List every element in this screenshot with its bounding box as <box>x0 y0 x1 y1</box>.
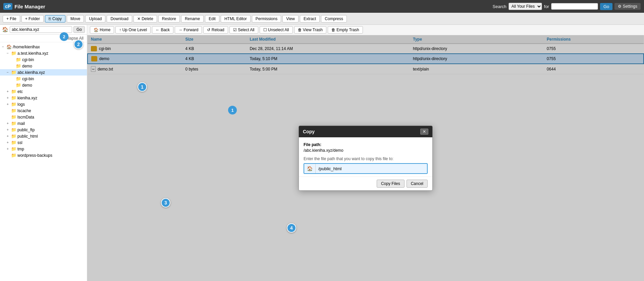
copy-icon: ⎘ <box>49 16 51 21</box>
copy-destination-input[interactable] <box>316 164 427 173</box>
tree-item[interactable]: 📁lscmData <box>0 114 87 120</box>
unselect-all-button[interactable]: ☐ Unselect All <box>260 26 293 34</box>
search-scope-select[interactable]: All Your Files <box>508 3 542 10</box>
tree-item[interactable]: +📁public_ftp <box>0 127 87 133</box>
tree-item[interactable]: 📁demo <box>0 82 87 88</box>
tree-item-label: demo <box>22 64 32 68</box>
step-1-badge: 1 <box>228 106 237 114</box>
folder-icon: 📁 <box>11 134 16 139</box>
rename-button[interactable]: Rename <box>181 15 204 22</box>
filepath-label: File path: <box>304 142 321 147</box>
copy-button[interactable]: ⎘ Copy <box>45 15 65 22</box>
dialog-close-button[interactable]: ✕ <box>420 129 428 135</box>
copy-dialog: Copy ✕ File path: /abc.kienlha.xyz/demo … <box>299 126 433 191</box>
edit-button[interactable]: Edit <box>205 15 219 22</box>
tree-item[interactable]: 📁cgi-bin <box>0 56 87 63</box>
tree-item[interactable]: +📁mail <box>0 120 87 127</box>
back-button[interactable]: ← Back <box>152 26 173 34</box>
expand-icon: − <box>7 71 10 74</box>
dialog-body: File path: /abc.kienlha.xyz/demo Enter t… <box>299 137 432 177</box>
tree-item-label: public_ftp <box>17 128 35 132</box>
expand-icon: + <box>7 147 10 151</box>
download-button[interactable]: Download <box>107 15 132 22</box>
folder-icon: 📁 <box>11 95 16 100</box>
empty-trash-button[interactable]: 🗑 Empty Trash <box>328 26 363 34</box>
up-one-level-button[interactable]: ↑ Up One Level <box>115 26 151 34</box>
compress-button[interactable]: Compress <box>321 15 347 22</box>
tree-item-label: kienlha.xyz <box>17 96 37 100</box>
folder-icon: 📁 <box>16 76 21 81</box>
file-table-wrapper: Name Size Last Modified Type Permissions… <box>87 35 644 281</box>
folder-icon: 📁 <box>16 57 21 62</box>
tree-item[interactable]: +📁tmp <box>0 146 87 152</box>
filepath-value: /abc.kienlha.xyz/demo <box>304 148 343 153</box>
tree-item[interactable]: +📁public_html <box>0 133 87 139</box>
expand-icon: + <box>7 102 10 106</box>
tree-item[interactable]: +📁ssl <box>0 139 87 146</box>
tree-item[interactable]: 📁demo <box>0 63 87 69</box>
tree-item[interactable]: −📁abc.kienlha.xyz <box>0 69 87 76</box>
search-input[interactable] <box>551 3 598 10</box>
tree-item-label: demo <box>22 83 32 88</box>
tree-item[interactable]: 📁cgi-bin <box>0 76 87 82</box>
home-nav-button[interactable]: 🏠 Home <box>90 26 114 34</box>
home-icon: 🏠 <box>2 27 8 33</box>
tree-item[interactable]: +📁etc <box>0 88 87 95</box>
search-area: Search All Your Files for Go ⚙ Settings <box>493 3 641 10</box>
copy-files-button[interactable]: Copy Files <box>377 180 405 188</box>
tree-item-label: mail <box>17 121 25 126</box>
tree-item-label: wordpress-backups <box>17 153 52 158</box>
expand-icon: + <box>7 128 10 132</box>
upload-button[interactable]: Upload <box>85 15 105 22</box>
select-all-button[interactable]: ☑ Select All <box>229 26 258 34</box>
tree-item[interactable]: −📁a.test.kienlha.xyz <box>0 50 87 56</box>
search-label: Search <box>493 4 506 9</box>
folder-icon: 📁 <box>11 89 16 94</box>
dialog-footer: Copy Files Cancel <box>299 177 432 190</box>
file-button[interactable]: + File <box>3 15 20 22</box>
tree-item-label: logs <box>17 102 25 107</box>
expand-icon: + <box>7 141 10 144</box>
tree-item-label: lscache <box>17 108 31 113</box>
for-label: for <box>544 4 549 9</box>
top-bar: cP File Manager Search All Your Files fo… <box>0 0 644 13</box>
tree-item[interactable]: 📁wordpress-backups <box>0 152 87 158</box>
html-editor-button[interactable]: HTML Editor <box>221 15 251 22</box>
tree-item-label: cgi-bin <box>22 57 34 62</box>
tree-item-label: /home/kienlhax <box>13 45 40 49</box>
tree-item[interactable]: −🏠/home/kienlhax <box>0 44 87 50</box>
address-go-button[interactable]: Go <box>73 26 85 33</box>
search-go-button[interactable]: Go <box>600 3 612 10</box>
permissions-button[interactable]: Permissions <box>252 15 281 22</box>
cancel-button[interactable]: Cancel <box>407 180 428 188</box>
expand-icon: + <box>7 90 10 93</box>
tree-item-label: etc <box>17 89 23 94</box>
forward-button[interactable]: → Forward <box>175 26 202 34</box>
restore-button[interactable]: Restore <box>158 15 180 22</box>
reload-button[interactable]: ↺ Reload <box>203 26 228 34</box>
collapse-all-button[interactable]: Collapse All <box>0 35 87 42</box>
address-input[interactable] <box>10 26 72 33</box>
extract-button[interactable]: Extract <box>300 15 320 22</box>
view-trash-button[interactable]: 🗑 View Trash <box>294 26 326 34</box>
expand-icon: + <box>7 134 10 138</box>
tree-item[interactable]: +📁logs <box>0 101 87 107</box>
delete-button[interactable]: ✕ Delete <box>133 15 157 22</box>
file-tree: −🏠/home/kienlhax−📁a.test.kienlha.xyz📁cgi… <box>0 42 87 281</box>
folder-icon: 📁 <box>11 51 16 56</box>
folder-icon: 📁 <box>11 108 16 113</box>
folder-button[interactable]: + Folder <box>21 15 44 22</box>
move-button[interactable]: Move <box>67 15 84 22</box>
settings-button[interactable]: ⚙ Settings <box>614 3 641 10</box>
step-2-badge: 2 <box>60 32 68 41</box>
expand-icon: − <box>7 51 10 55</box>
nav-bar: 🏠 Home ↑ Up One Level ← Back → Forward ↺… <box>87 25 644 35</box>
view-button[interactable]: View <box>282 15 299 22</box>
cp-logo-icon: cP <box>3 3 12 10</box>
tree-item[interactable]: 📁lscache <box>0 107 87 114</box>
tree-item-label: a.test.kienlha.xyz <box>17 51 48 56</box>
tree-item-label: ssl <box>17 140 22 145</box>
tree-item[interactable]: +📁kienlha.xyz <box>0 95 87 101</box>
root-icon: 🏠 <box>6 44 12 49</box>
app-title: File Manager <box>14 4 45 9</box>
